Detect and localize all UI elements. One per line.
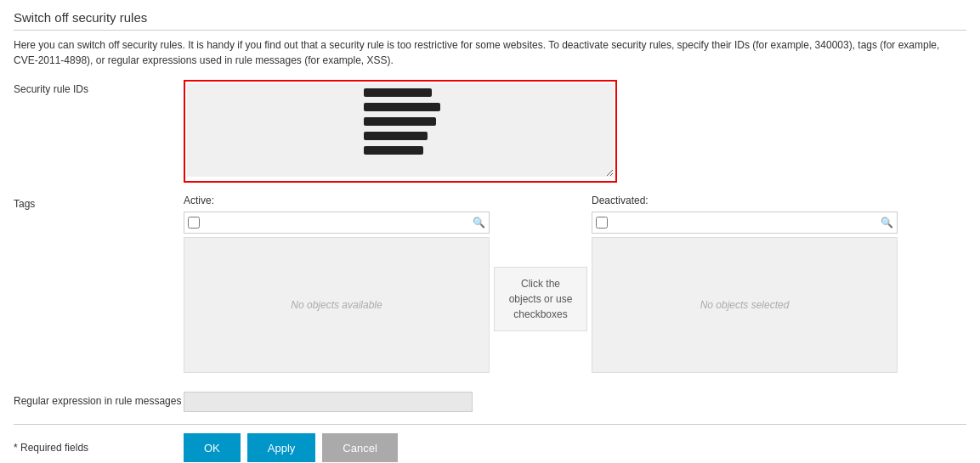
deactivated-panel: Deactivated: 🔍 No objects selected [592,195,898,373]
active-search-icon: 🔍 [473,217,485,229]
security-ids-box [184,80,617,183]
regex-row: Regular expression in rule messages [14,392,966,412]
deactivated-search-input[interactable] [611,217,881,229]
deactivated-panel-label: Deactivated: [592,195,898,206]
page-title: Switch off security rules [14,10,966,31]
regex-label: Regular expression in rule messages [14,392,184,407]
active-panel-list: No objects available [184,237,490,373]
security-rule-ids-row: Security rule IDs [14,80,966,183]
security-rule-ids-textarea[interactable] [187,83,614,177]
deactivated-empty-text: No objects selected [700,299,790,311]
deactivated-panel-list: No objects selected [592,237,898,373]
tags-label: Tags [14,195,184,210]
deactivated-search-row[interactable]: 🔍 [592,212,898,234]
page-container: Switch off security rules Here you can s… [0,0,980,463]
active-empty-text: No objects available [291,299,382,311]
active-search-input[interactable] [203,217,473,229]
cancel-button[interactable]: Cancel [322,433,397,462]
tags-columns: Active: 🔍 No objects available Click the… [184,195,966,380]
security-rule-ids-control [184,80,966,183]
required-label: * Required fields [14,442,184,454]
active-panel-label: Active: [184,195,490,206]
active-select-all-checkbox[interactable] [188,217,200,229]
page-description: Here you can switch off security rules. … [14,37,949,68]
tags-control: Active: 🔍 No objects available Click the… [184,195,966,380]
form-section: Security rule IDs Tags Active: [14,80,966,412]
footer-buttons: OK Apply Cancel [184,433,398,462]
deactivated-select-all-checkbox[interactable] [596,217,608,229]
deactivated-search-icon: 🔍 [881,217,893,229]
apply-button[interactable]: Apply [247,433,316,462]
regex-input[interactable] [184,392,473,412]
regex-control [184,392,966,412]
transfer-middle: Click the objects or use checkboxes [490,218,592,380]
security-rule-ids-label: Security rule IDs [14,80,184,95]
ok-button[interactable]: OK [184,433,241,462]
active-panel: Active: 🔍 No objects available [184,195,490,373]
active-search-row[interactable]: 🔍 [184,212,490,234]
tags-row: Tags Active: 🔍 No objects available [14,195,966,380]
footer-row: * Required fields OK Apply Cancel [14,424,966,462]
transfer-hint: Click the objects or use checkboxes [494,267,587,331]
